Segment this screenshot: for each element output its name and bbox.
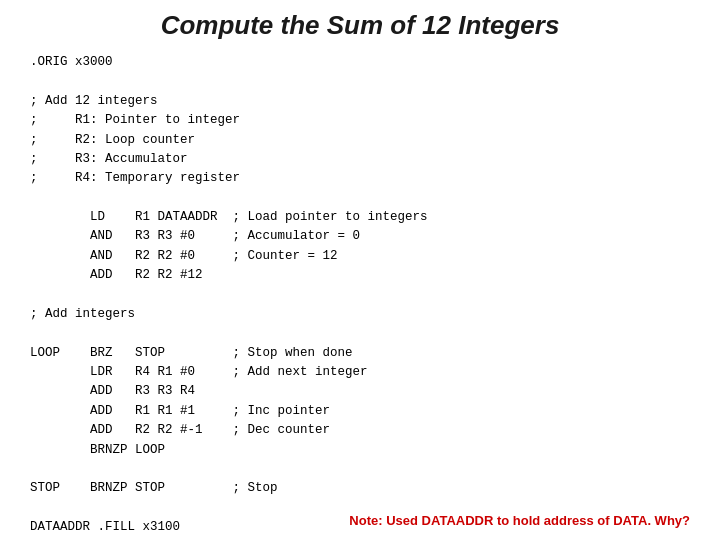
bottom-note: Note: Used DATAADDR to hold address of D…	[349, 513, 690, 528]
page-title: Compute the Sum of 12 Integers	[30, 10, 690, 41]
page: Compute the Sum of 12 Integers .ORIG x30…	[0, 0, 720, 540]
code-content: .ORIG x3000 ; Add 12 integers ; R1: Poin…	[30, 53, 690, 540]
